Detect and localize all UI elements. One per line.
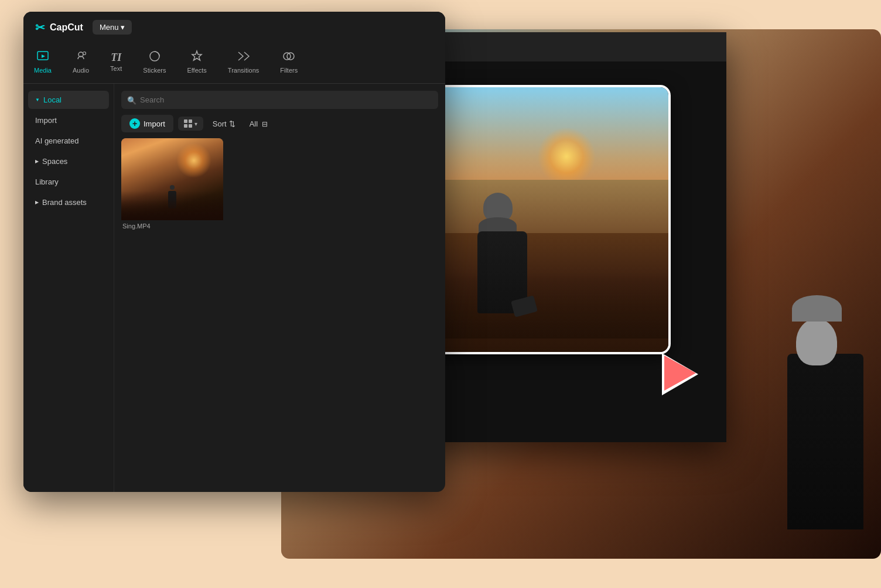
tab-transitions[interactable]: Transitions <box>217 45 269 78</box>
menu-button[interactable]: Menu ▾ <box>93 20 132 35</box>
app-name: CapCut <box>50 22 83 33</box>
import-plus-icon: + <box>129 118 140 129</box>
tab-media[interactable]: Media <box>23 45 62 78</box>
app-logo: ✂ CapCut <box>35 20 83 35</box>
sidebar-item-spaces[interactable]: ▶ Spaces <box>28 152 109 170</box>
tab-transitions-label: Transitions <box>228 67 259 74</box>
media-thumbnail <box>121 138 223 220</box>
tab-stickers-label: Stickers <box>143 67 166 74</box>
search-input[interactable] <box>121 91 438 109</box>
sidebar-library-label: Library <box>35 177 59 186</box>
chevron-down-icon: ▼ <box>35 97 40 102</box>
action-bar: + Import ▾ Sort ⇅ <box>121 115 438 132</box>
tab-filters-label: Filters <box>280 67 298 74</box>
app-window: ✂ CapCut Menu ▾ Media <box>23 12 445 492</box>
transitions-icon <box>237 50 250 64</box>
sidebar-item-local[interactable]: ▼ Local <box>28 91 109 109</box>
media-icon <box>36 50 49 64</box>
tab-filters[interactable]: Filters <box>269 45 308 78</box>
tab-stickers[interactable]: Stickers <box>132 45 176 78</box>
sidebar-ai-label: AI generated <box>35 136 78 145</box>
sidebar-item-library[interactable]: Library <box>28 173 109 191</box>
grid-icon <box>184 119 192 128</box>
audio-icon <box>74 50 87 64</box>
tab-audio[interactable]: Audio <box>62 45 100 78</box>
search-wrapper: 🔍 <box>121 91 438 109</box>
effects-icon <box>190 50 203 64</box>
filters-icon <box>282 50 295 64</box>
tab-effects[interactable]: Effects <box>176 45 217 78</box>
tab-media-label: Media <box>34 67 52 74</box>
sort-button[interactable]: Sort ⇅ <box>208 117 240 131</box>
toolbar: Media Audio TI Text <box>23 43 445 84</box>
title-bar: ✂ CapCut Menu ▾ <box>23 12 445 43</box>
chevron-right-icon: ▶ <box>35 159 39 164</box>
sidebar-local-label: Local <box>43 95 62 104</box>
svg-marker-1 <box>42 54 45 58</box>
sidebar-item-import[interactable]: Import <box>28 111 109 129</box>
chevron-down-view: ▾ <box>194 121 197 127</box>
tab-effects-label: Effects <box>187 67 206 74</box>
sidebar: ▼ Local Import AI generated ▶ Spaces Lib… <box>23 84 114 492</box>
sidebar-spaces-label: Spaces <box>42 157 67 166</box>
tab-text[interactable]: TI Text <box>100 47 132 77</box>
tab-audio-label: Audio <box>73 67 89 74</box>
sort-label: Sort <box>213 119 227 128</box>
logo-icon: ✂ <box>35 20 45 35</box>
play-cursor[interactable] <box>664 355 696 391</box>
subject-person <box>477 193 527 320</box>
view-toggle-button[interactable]: ▾ <box>178 117 203 131</box>
media-grid: Sing.MP4 <box>121 138 438 232</box>
all-label: All <box>250 119 258 128</box>
filter-all-button[interactable]: All ⊟ <box>245 117 272 131</box>
sidebar-import-label: Import <box>35 116 57 125</box>
filter-icon: ⊟ <box>262 120 268 128</box>
text-icon: TI <box>111 52 121 63</box>
import-button[interactable]: + Import <box>121 115 173 132</box>
content-area: ▼ Local Import AI generated ▶ Spaces Lib… <box>23 84 445 492</box>
chevron-right-icon-2: ▶ <box>35 200 39 205</box>
sidebar-brand-label: Brand assets <box>42 198 87 207</box>
search-icon: 🔍 <box>127 95 136 104</box>
tab-text-label: Text <box>110 65 122 72</box>
stickers-icon <box>148 50 161 64</box>
media-panel: 🔍 + Import <box>114 84 445 492</box>
sidebar-item-ai-generated[interactable]: AI generated <box>28 132 109 150</box>
sort-icon: ⇅ <box>229 119 235 128</box>
import-label: Import <box>144 119 165 128</box>
media-file-name: Sing.MP4 <box>121 220 223 232</box>
sidebar-item-brand-assets[interactable]: ▶ Brand assets <box>28 193 109 211</box>
list-item[interactable]: Sing.MP4 <box>121 138 223 232</box>
